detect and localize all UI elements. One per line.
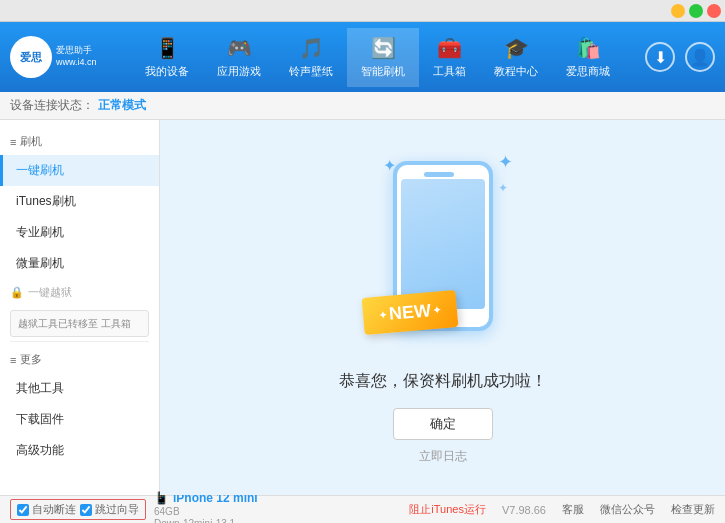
tutorials-icon: 🎓 bbox=[504, 36, 529, 60]
service-link[interactable]: 客服 bbox=[562, 502, 584, 517]
sidebar-item-pro-flash[interactable]: 专业刷机 bbox=[0, 217, 159, 248]
my-device-icon: 📱 bbox=[155, 36, 180, 60]
logo-icon: 爱思 bbox=[10, 36, 52, 78]
phone-screen bbox=[401, 179, 485, 309]
more-section-label: 更多 bbox=[20, 352, 42, 367]
auto-disconnect-input[interactable] bbox=[17, 504, 29, 516]
logo-line1: 爱思助手 bbox=[56, 45, 97, 57]
nav-smart-flash[interactable]: 🔄 智能刷机 bbox=[347, 28, 419, 87]
mall-icon: 🛍️ bbox=[576, 36, 601, 60]
main-layout: ≡ 刷机 一键刷机 iTunes刷机 专业刷机 微量刷机 🔒 一键越狱 越狱工具… bbox=[0, 120, 725, 495]
sidebar-divider bbox=[10, 341, 149, 342]
update-link[interactable]: 检查更新 bbox=[671, 502, 715, 517]
new-badge-text: NEW bbox=[388, 300, 432, 325]
nav-toolbox[interactable]: 🧰 工具箱 bbox=[419, 28, 480, 87]
nav-my-device-label: 我的设备 bbox=[145, 64, 189, 79]
sidebar-item-one-click-flash[interactable]: 一键刷机 bbox=[0, 155, 159, 186]
status-bar: 设备连接状态： 正常模式 bbox=[0, 92, 725, 120]
title-bar bbox=[0, 0, 725, 22]
user-button[interactable]: 👤 bbox=[685, 42, 715, 72]
nav-tutorials[interactable]: 🎓 教程中心 bbox=[480, 28, 552, 87]
jailbreak-notice: 越狱工具已转移至 工具箱 bbox=[10, 310, 149, 337]
device-info: 📱 iPhone 12 mini 64GB Down-12mini-13,1 bbox=[154, 491, 258, 524]
skip-wizard-label: 跳过向导 bbox=[95, 502, 139, 517]
sparkle-3: ✦ bbox=[498, 151, 513, 173]
logo-text: 爱思助手 www.i4.cn bbox=[56, 45, 97, 68]
version-text: V7.98.66 bbox=[502, 504, 546, 516]
again-link[interactable]: 立即日志 bbox=[419, 448, 467, 465]
device-storage: 64GB bbox=[154, 506, 258, 517]
toolbox-icon: 🧰 bbox=[437, 36, 462, 60]
device-model: Down-12mini-13,1 bbox=[154, 518, 258, 524]
nav-bar: 📱 我的设备 🎮 应用游戏 🎵 铃声壁纸 🔄 智能刷机 🧰 工具箱 🎓 教程中心… bbox=[110, 28, 645, 87]
sidebar-section-flash: ≡ 刷机 bbox=[0, 128, 159, 155]
apps-games-icon: 🎮 bbox=[227, 36, 252, 60]
itunes-status-label: 阻止iTunes运行 bbox=[409, 502, 486, 517]
logo-line2: www.i4.cn bbox=[56, 57, 97, 69]
maximize-button[interactable] bbox=[689, 4, 703, 18]
checkbox-group: 自动断连 跳过向导 bbox=[10, 499, 146, 520]
header: 爱思 爱思助手 www.i4.cn 📱 我的设备 🎮 应用游戏 🎵 铃声壁纸 🔄… bbox=[0, 22, 725, 92]
jailbreak-section-label: 一键越狱 bbox=[28, 285, 72, 300]
nav-smart-flash-label: 智能刷机 bbox=[361, 64, 405, 79]
itunes-status: 阻止iTunes运行 bbox=[409, 502, 486, 517]
phone-illustration: ✦ ✦ ✦ NEW bbox=[363, 151, 523, 351]
nav-mall[interactable]: 🛍️ 爱思商城 bbox=[552, 28, 624, 87]
sidebar-section-more: ≡ 更多 bbox=[0, 346, 159, 373]
wechat-link[interactable]: 微信公众号 bbox=[600, 502, 655, 517]
confirm-button[interactable]: 确定 bbox=[393, 408, 493, 440]
sidebar-item-other-tools[interactable]: 其他工具 bbox=[0, 373, 159, 404]
nav-tutorials-label: 教程中心 bbox=[494, 64, 538, 79]
close-button[interactable] bbox=[707, 4, 721, 18]
success-message: 恭喜您，保资料刷机成功啦！ bbox=[339, 371, 547, 392]
smart-flash-icon: 🔄 bbox=[371, 36, 396, 60]
sidebar-item-download-firmware[interactable]: 下载固件 bbox=[0, 404, 159, 435]
flash-section-icon: ≡ bbox=[10, 136, 16, 148]
nav-ringtones-label: 铃声壁纸 bbox=[289, 64, 333, 79]
skip-wizard-checkbox[interactable]: 跳过向导 bbox=[80, 502, 139, 517]
flash-section-label: 刷机 bbox=[20, 134, 42, 149]
sidebar-item-itunes-flash[interactable]: iTunes刷机 bbox=[0, 186, 159, 217]
nav-my-device[interactable]: 📱 我的设备 bbox=[131, 28, 203, 87]
skip-wizard-input[interactable] bbox=[80, 504, 92, 516]
auto-disconnect-label: 自动断连 bbox=[32, 502, 76, 517]
phone-speaker bbox=[424, 172, 454, 177]
more-section-icon: ≡ bbox=[10, 354, 16, 366]
nav-mall-label: 爱思商城 bbox=[566, 64, 610, 79]
sidebar: ≡ 刷机 一键刷机 iTunes刷机 专业刷机 微量刷机 🔒 一键越狱 越狱工具… bbox=[0, 120, 160, 495]
header-right: ⬇ 👤 bbox=[645, 42, 715, 72]
lock-icon: 🔒 bbox=[10, 286, 24, 299]
content-area: ✦ ✦ ✦ NEW 恭喜您，保资料刷机成功啦！ 确定 立即日志 bbox=[160, 120, 725, 495]
status-label: 设备连接状态： bbox=[10, 97, 94, 114]
nav-toolbox-label: 工具箱 bbox=[433, 64, 466, 79]
status-value: 正常模式 bbox=[98, 97, 146, 114]
bottom-right: V7.98.66 客服 微信公众号 检查更新 bbox=[502, 502, 715, 517]
bottom-bar: 自动断连 跳过向导 📱 iPhone 12 mini 64GB Down-12m… bbox=[0, 495, 725, 523]
nav-apps-games[interactable]: 🎮 应用游戏 bbox=[203, 28, 275, 87]
minimize-button[interactable] bbox=[671, 4, 685, 18]
window-controls bbox=[671, 4, 721, 18]
bottom-left: 自动断连 跳过向导 📱 iPhone 12 mini 64GB Down-12m… bbox=[10, 491, 393, 524]
sparkle-2: ✦ bbox=[498, 181, 508, 195]
download-button[interactable]: ⬇ bbox=[645, 42, 675, 72]
nav-ringtones[interactable]: 🎵 铃声壁纸 bbox=[275, 28, 347, 87]
sidebar-item-micro-flash[interactable]: 微量刷机 bbox=[0, 248, 159, 279]
ringtones-icon: 🎵 bbox=[299, 36, 324, 60]
nav-apps-games-label: 应用游戏 bbox=[217, 64, 261, 79]
sidebar-section-jailbreak: 🔒 一键越狱 bbox=[0, 279, 159, 306]
new-badge: NEW bbox=[361, 289, 458, 334]
logo-area: 爱思 爱思助手 www.i4.cn bbox=[10, 36, 110, 78]
logo-icon-text: 爱思 bbox=[20, 50, 42, 65]
sidebar-item-advanced[interactable]: 高级功能 bbox=[0, 435, 159, 466]
auto-disconnect-checkbox[interactable]: 自动断连 bbox=[17, 502, 76, 517]
